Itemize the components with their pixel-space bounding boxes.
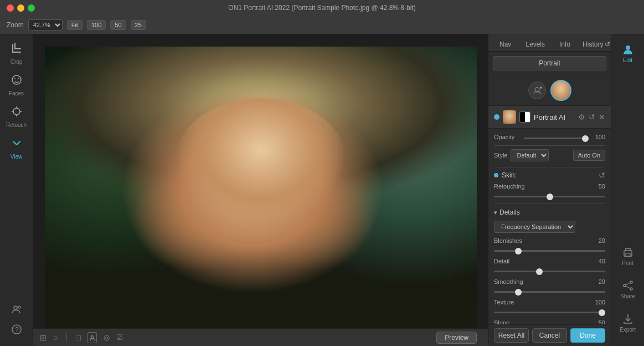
svg-text:?: ? [15, 326, 19, 334]
brush-icon[interactable]: ◎ [104, 333, 110, 342]
panel-content: Opacity 100 Style Default Auto On [488, 129, 611, 324]
cancel-button[interactable]: Cancel [532, 328, 567, 343]
details-header[interactable]: ▾ Details [494, 208, 605, 216]
canvas-area: ⊞ ○ □ A ◎ ☑ Preview [33, 34, 488, 346]
people-icon[interactable] [9, 302, 24, 317]
smoothing-slider[interactable] [494, 291, 605, 293]
retouching-slider[interactable] [494, 196, 605, 197]
sidebar-item-faces[interactable]: Faces [2, 70, 31, 100]
export-label: Export [620, 327, 636, 333]
maximize-button[interactable] [28, 4, 35, 12]
add-face-button[interactable] [528, 82, 546, 99]
svg-point-9 [18, 306, 20, 308]
style-row: Style Default Auto On [494, 149, 605, 161]
style-label: Style [494, 152, 507, 159]
detail-slider[interactable] [494, 271, 605, 272]
retouching-value: 50 [599, 183, 605, 190]
smoothing-value: 20 [599, 278, 605, 285]
print-button[interactable]: Print [614, 242, 642, 271]
svg-point-3 [13, 108, 20, 115]
left-sidebar: Crop Faces [0, 34, 33, 346]
zoom-100-button[interactable]: 100 [87, 20, 106, 30]
retouch-icon [11, 105, 23, 120]
sidebar-item-retouch[interactable]: Retouch [2, 102, 31, 131]
preview-button[interactable]: Preview [436, 332, 477, 344]
retouching-label: Retouching [494, 183, 525, 190]
minimize-button[interactable] [17, 4, 24, 12]
circle-icon[interactable]: ○ [53, 333, 58, 342]
tab-info[interactable]: Info [553, 38, 577, 51]
freq-sep-row: Frequency Separation [494, 221, 605, 233]
zoom-25-button[interactable]: 25 [131, 20, 146, 30]
panel-header: Portrait AI ⚙ ↺ ✕ [488, 106, 611, 129]
layout-icon[interactable]: ⊞ [40, 333, 47, 342]
square-icon[interactable]: □ [76, 333, 80, 342]
sidebar-item-crop[interactable]: Crop [2, 39, 31, 68]
bw-toggle[interactable] [519, 111, 530, 123]
right-panel: Nav Levels Info History ↺ Portrait [488, 34, 611, 346]
nav-tabs: Nav Levels Info History ↺ [488, 34, 611, 52]
retouching-row: Retouching 50 [494, 183, 605, 199]
portrait-image [45, 47, 477, 334]
window-title: ON1 Portrait AI 2022 (Portrait Sample Ph… [7, 4, 637, 12]
tab-levels[interactable]: Levels [519, 38, 552, 51]
settings-icon[interactable]: ⚙ [578, 113, 585, 121]
help-icon[interactable]: ? [9, 322, 24, 337]
edit-button[interactable]: Edit [614, 39, 642, 68]
close-button[interactable] [7, 4, 14, 12]
zoom-select[interactable]: 42.7% 100% 50% 25% [28, 19, 63, 30]
portrait-ai-panel: Portrait AI ⚙ ↺ ✕ Opacity 100 [488, 106, 611, 324]
right-edge: Edit Print Share [611, 34, 644, 346]
mask-icon[interactable]: ☑ [116, 333, 123, 342]
texture-label: Texture [494, 299, 514, 306]
tab-nav[interactable]: Nav [493, 38, 518, 51]
zoom-50-button[interactable]: 50 [110, 20, 126, 30]
bottom-toolbar: ⊞ ○ □ A ◎ ☑ Preview [33, 328, 488, 346]
skin-label: Skin: [502, 171, 517, 179]
smoothing-row: Smoothing 20 [494, 278, 605, 294]
svg-line-22 [626, 286, 630, 288]
undo-icon[interactable]: ↺ [589, 113, 595, 121]
skin-reset-icon[interactable]: ↺ [599, 171, 605, 180]
share-button[interactable]: Share [614, 275, 642, 304]
view-label: View [11, 154, 23, 160]
reset-all-button[interactable]: Reset All [494, 328, 529, 343]
opacity-value: 100 [592, 134, 605, 140]
texture-value: 100 [595, 299, 605, 306]
opacity-slider[interactable] [524, 133, 589, 141]
sidebar-item-view[interactable]: View [2, 134, 31, 163]
portrait-dropdown[interactable]: Portrait [493, 56, 606, 70]
svg-point-8 [14, 306, 17, 309]
history-icon: ↺ [605, 40, 610, 48]
toolbar: Zoom 42.7% 100% 50% 25% Fit 100 50 25 [0, 16, 644, 34]
skin-section: Skin: ↺ Retouching 50 [494, 171, 605, 199]
face-selector [488, 75, 611, 106]
style-dropdown[interactable]: Default [511, 149, 549, 161]
auto-on-button[interactable]: Auto On [573, 150, 605, 161]
opacity-range[interactable] [524, 138, 589, 139]
share-label: Share [620, 293, 635, 299]
face-thumbnail[interactable] [550, 80, 571, 101]
detail-row: Detail 40 [494, 258, 605, 274]
opacity-label: Opacity [494, 134, 521, 140]
panel-footer: Reset All Cancel Done [488, 324, 611, 346]
window-controls[interactable] [7, 4, 35, 12]
text-icon[interactable]: A [87, 332, 97, 343]
done-button[interactable]: Done [570, 328, 605, 343]
titlebar: ON1 Portrait AI 2022 (Portrait Sample Ph… [0, 0, 644, 16]
fit-button[interactable]: Fit [67, 20, 83, 30]
blemishes-slider[interactable] [494, 250, 605, 252]
detail-label: Detail [494, 258, 509, 264]
portrait-selector: Portrait [488, 52, 611, 75]
close-icon[interactable]: ✕ [599, 113, 605, 121]
freq-sep-dropdown[interactable]: Frequency Separation [494, 221, 575, 233]
blemishes-label: Blemishes [494, 237, 522, 244]
details-section: ▾ Details Frequency Separation Blemishes… [494, 208, 605, 324]
shine-label: Shine [494, 319, 509, 324]
panel-active-dot [494, 114, 499, 120]
export-button[interactable]: Export [614, 308, 642, 337]
tab-history[interactable]: History ↺ [578, 38, 615, 51]
svg-line-21 [626, 283, 630, 285]
texture-slider[interactable] [494, 312, 605, 313]
texture-row: Texture 100 [494, 299, 605, 315]
